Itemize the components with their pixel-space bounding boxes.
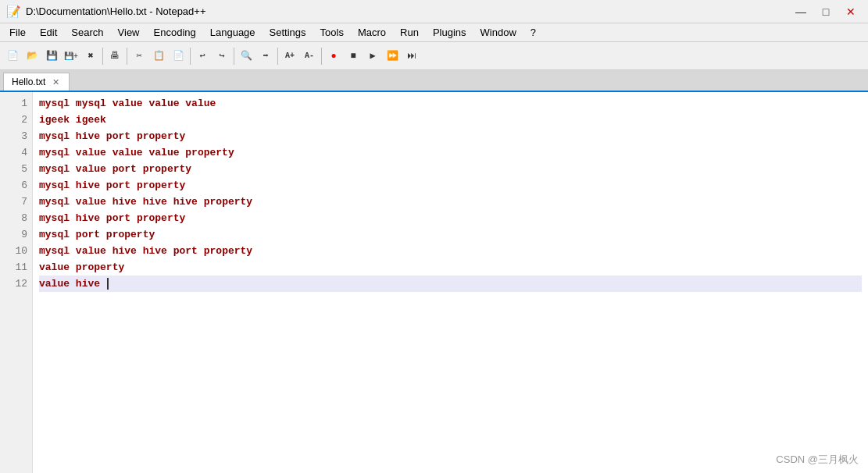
line-number-3: 3	[5, 128, 27, 144]
line-number-6: 6	[5, 177, 27, 194]
code-line-3[interactable]: mysql hive port property	[39, 128, 862, 144]
line-number-1: 1	[5, 95, 27, 112]
menu-item-view[interactable]: View	[112, 25, 146, 40]
line-number-9: 9	[5, 226, 27, 243]
zoom-out-button[interactable]: A-	[300, 47, 319, 66]
menu-item-tools[interactable]: Tools	[314, 25, 350, 40]
tab-close-button[interactable]: ✕	[50, 76, 61, 87]
app-icon: 📝	[6, 5, 21, 19]
tab-label: Hello.txt	[12, 76, 45, 87]
sep5	[277, 48, 278, 65]
redo-button[interactable]: ↪	[213, 47, 231, 66]
line-number-5: 5	[5, 161, 27, 177]
code-line-4[interactable]: mysql value value value property	[39, 144, 862, 161]
menu-item-language[interactable]: Language	[204, 25, 262, 40]
code-line-2[interactable]: igeek igeek	[39, 112, 862, 128]
code-line-11[interactable]: value property	[39, 259, 862, 276]
menu-item-search[interactable]: Search	[65, 25, 109, 40]
sep6	[321, 48, 322, 65]
line-number-4: 4	[5, 144, 27, 161]
menu-item-window[interactable]: Window	[474, 25, 523, 40]
title-bar-controls: — □ ✕	[790, 3, 862, 20]
undo-button[interactable]: ↩	[193, 47, 212, 66]
code-line-1[interactable]: mysql mysql value value value	[39, 95, 862, 112]
menu-bar: FileEditSearchViewEncodingLanguageSettin…	[0, 23, 868, 42]
save-all-button[interactable]: 💾+	[62, 47, 80, 66]
line-number-2: 2	[5, 112, 27, 128]
code-line-12[interactable]: value hive	[39, 276, 862, 292]
find-next-button[interactable]: ➡	[256, 47, 275, 66]
minimize-button[interactable]: —	[790, 3, 812, 20]
menu-item-file[interactable]: File	[3, 25, 32, 40]
close-button2[interactable]: ✖	[81, 47, 100, 66]
code-line-5[interactable]: mysql value port property	[39, 161, 862, 177]
maximize-button[interactable]: □	[815, 3, 837, 20]
menu-item-encoding[interactable]: Encoding	[148, 25, 202, 40]
sep1	[102, 48, 103, 65]
menu-item-plugins[interactable]: Plugins	[427, 25, 473, 40]
menu-item-run[interactable]: Run	[394, 25, 425, 40]
menu-item-edit[interactable]: Edit	[34, 25, 63, 40]
title-bar-left: 📝 D:\Documentation\Hello.txt - Notepad++	[6, 5, 206, 19]
menu-item-?[interactable]: ?	[524, 25, 542, 40]
sep3	[190, 48, 191, 65]
cursor	[101, 278, 109, 290]
macro-save-button[interactable]: ⏩	[383, 47, 402, 66]
open-button[interactable]: 📂	[23, 47, 41, 66]
paste-button[interactable]: 📄	[169, 47, 188, 66]
menu-item-settings[interactable]: Settings	[263, 25, 313, 40]
line-number-10: 10	[5, 243, 27, 259]
sep4	[234, 48, 234, 65]
menu-item-macro[interactable]: Macro	[352, 25, 392, 40]
macro-play-button[interactable]: ▶	[363, 47, 382, 66]
cut-button[interactable]: ✂	[130, 47, 148, 66]
code-line-10[interactable]: mysql value hive hive port property	[39, 243, 862, 259]
new-button[interactable]: 📄	[3, 47, 22, 66]
title-text: D:\Documentation\Hello.txt - Notepad++	[26, 5, 206, 17]
line-number-7: 7	[5, 194, 27, 210]
code-line-7[interactable]: mysql value hive hive hive property	[39, 194, 862, 210]
tab-bar: Hello.txt ✕	[0, 70, 868, 92]
sep2	[127, 48, 127, 65]
line-number-11: 11	[5, 259, 27, 276]
macro-stop-button[interactable]: ■	[344, 47, 363, 66]
line-number-8: 8	[5, 210, 27, 226]
code-area[interactable]: mysql mysql value value valueigeek igeek…	[33, 92, 868, 473]
print-button[interactable]: 🖶	[105, 47, 124, 66]
macro-run-multi-button[interactable]: ⏭	[402, 47, 421, 66]
code-line-8[interactable]: mysql hive port property	[39, 210, 862, 226]
editor: 123456789101112 mysql mysql value value …	[0, 92, 868, 473]
toolbar: 📄 📂 💾 💾+ ✖ 🖶 ✂ 📋 📄 ↩ ↪ 🔍 ➡ A+ A- ● ■ ▶ ⏩…	[0, 42, 868, 70]
macro-record-button[interactable]: ●	[324, 47, 343, 66]
find-button[interactable]: 🔍	[237, 47, 255, 66]
line-number-12: 12	[5, 276, 27, 292]
watermark: CSDN @三月枫火	[776, 453, 859, 467]
zoom-in-button[interactable]: A+	[280, 47, 299, 66]
copy-button[interactable]: 📋	[149, 47, 168, 66]
save-button[interactable]: 💾	[42, 47, 61, 66]
close-button[interactable]: ✕	[840, 3, 862, 20]
line-numbers: 123456789101112	[0, 92, 33, 473]
code-line-9[interactable]: mysql port property	[39, 226, 862, 243]
code-line-6[interactable]: mysql hive port property	[39, 177, 862, 194]
title-bar: 📝 D:\Documentation\Hello.txt - Notepad++…	[0, 0, 868, 23]
tab-hello-txt[interactable]: Hello.txt ✕	[3, 73, 70, 91]
